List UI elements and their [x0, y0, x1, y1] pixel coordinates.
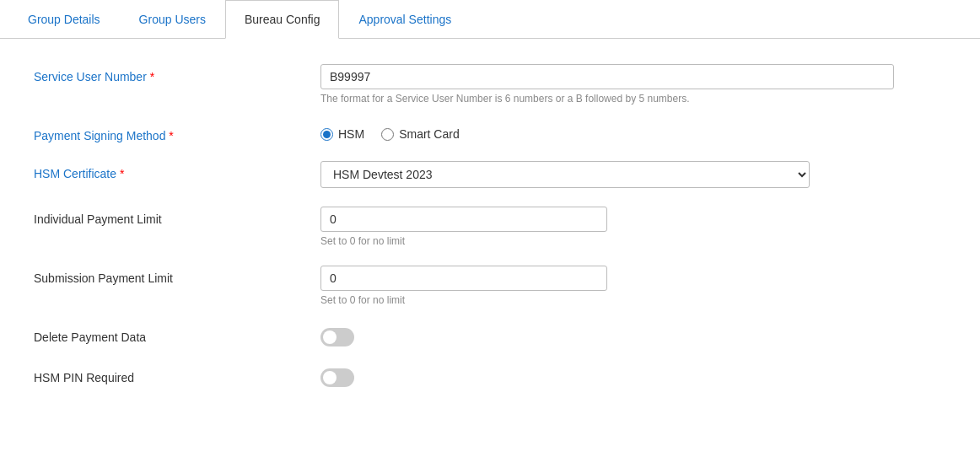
radio-hsm-label: HSM [338, 127, 364, 141]
radio-hsm[interactable]: HSM [320, 127, 364, 141]
hsm-pin-required-toggle-wrap [320, 365, 946, 387]
delete-payment-data-label: Delete Payment Data [34, 325, 320, 344]
hsm-certificate-select[interactable]: HSM Devtest 2023 [320, 161, 810, 188]
radio-smart-card[interactable]: Smart Card [381, 127, 460, 141]
tab-approval-settings[interactable]: Approval Settings [339, 0, 471, 39]
service-user-number-hint: The format for a Service User Number is … [320, 93, 946, 105]
hsm-pin-required-row: HSM PIN Required [34, 365, 946, 387]
individual-payment-limit-wrap: Set to 0 for no limit [320, 207, 946, 247]
radio-hsm-input[interactable] [320, 128, 333, 141]
payment-signing-method-row: Payment Signing Method HSM Smart Card [34, 123, 946, 142]
delete-payment-data-toggle-wrap [320, 325, 946, 346]
hsm-pin-required-slider [320, 368, 354, 387]
payment-signing-method-label: Payment Signing Method [34, 123, 320, 142]
tab-bar: Group Details Group Users Bureau Config … [0, 0, 980, 39]
service-user-number-row: Service User Number The format for a Ser… [34, 64, 946, 105]
service-user-number-wrap: The format for a Service User Number is … [320, 64, 946, 105]
service-user-number-label: Service User Number [34, 64, 320, 83]
delete-payment-data-row: Delete Payment Data [34, 325, 946, 346]
delete-payment-data-toggle[interactable] [320, 328, 354, 346]
hsm-certificate-row: HSM Certificate HSM Devtest 2023 [34, 161, 946, 188]
radio-smart-card-label: Smart Card [399, 127, 460, 141]
hsm-pin-required-wrap [320, 365, 946, 387]
hsm-certificate-label: HSM Certificate [34, 161, 320, 180]
hsm-pin-required-label: HSM PIN Required [34, 365, 320, 384]
payment-signing-radio-group: HSM Smart Card [320, 123, 946, 141]
tab-group-details[interactable]: Group Details [8, 0, 120, 39]
submission-payment-limit-wrap: Set to 0 for no limit [320, 266, 946, 306]
delete-payment-data-slider [320, 328, 354, 346]
individual-payment-limit-hint: Set to 0 for no limit [320, 235, 946, 247]
radio-smart-card-input[interactable] [381, 128, 394, 141]
submission-payment-limit-label: Submission Payment Limit [34, 266, 320, 285]
delete-payment-data-wrap [320, 325, 946, 346]
individual-payment-limit-row: Individual Payment Limit Set to 0 for no… [34, 207, 946, 247]
individual-payment-limit-input[interactable] [320, 207, 607, 232]
hsm-pin-required-toggle[interactable] [320, 368, 354, 387]
tab-group-users[interactable]: Group Users [120, 0, 225, 39]
submission-payment-limit-row: Submission Payment Limit Set to 0 for no… [34, 266, 946, 306]
tab-bureau-config[interactable]: Bureau Config [225, 0, 340, 39]
submission-payment-limit-hint: Set to 0 for no limit [320, 294, 946, 306]
submission-payment-limit-input[interactable] [320, 266, 607, 291]
bureau-config-form: Service User Number The format for a Ser… [0, 39, 980, 431]
hsm-certificate-wrap: HSM Devtest 2023 [320, 161, 946, 188]
service-user-number-input[interactable] [320, 64, 894, 89]
payment-signing-method-wrap: HSM Smart Card [320, 123, 946, 141]
individual-payment-limit-label: Individual Payment Limit [34, 207, 320, 226]
